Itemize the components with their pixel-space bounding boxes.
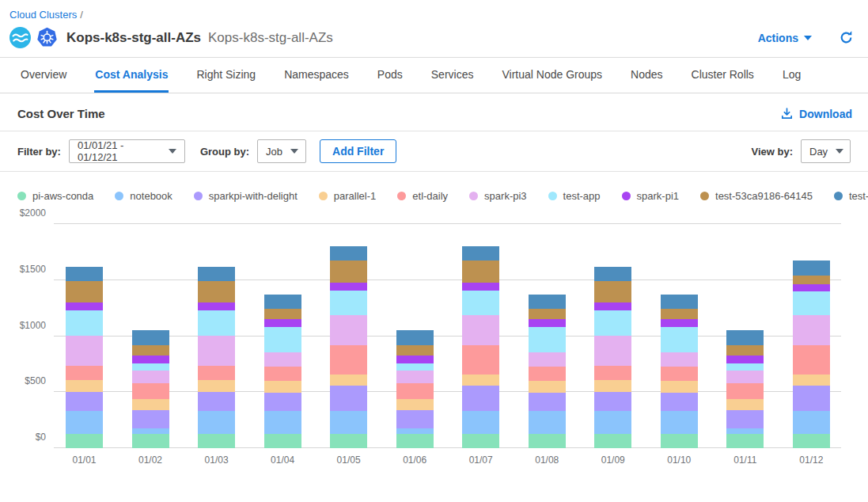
bar-segment-pi-aws-conda[interactable] (330, 434, 367, 448)
bar-segment-parallel-1[interactable] (793, 375, 830, 385)
bar-segment-parallel-1[interactable] (132, 399, 169, 410)
bar-segment-sparkpi-with-delight[interactable] (132, 410, 169, 428)
bar-segment-pi-aws-conda[interactable] (462, 434, 499, 448)
download-button[interactable]: Download (780, 107, 852, 120)
bar-segment-parallel-1[interactable] (594, 380, 631, 392)
bar-segment-pi-aws-conda[interactable] (198, 434, 235, 448)
bar-segment-test-app[interactable] (793, 291, 830, 315)
bar-segment-spark-pi3[interactable] (330, 315, 367, 345)
bar-segment-test-app[interactable] (264, 327, 301, 353)
bar-segment-parallel-1[interactable] (462, 375, 499, 385)
legend-item-pi-aws-conda[interactable]: pi-aws-conda (17, 190, 93, 202)
stacked-bar[interactable] (198, 267, 235, 448)
bar-segment-test-pkix[interactable] (132, 330, 169, 344)
bar-segment-test-app[interactable] (462, 291, 499, 315)
bar-segment-spark-pi3[interactable] (462, 315, 499, 345)
bar-segment-etl-daily[interactable] (198, 366, 235, 380)
bar-segment-spark-pi3[interactable] (661, 352, 698, 367)
bar-segment-test-pkix[interactable] (594, 267, 631, 281)
bar-segment-test-pkix[interactable] (264, 295, 301, 309)
bar-segment-parallel-1[interactable] (726, 399, 764, 410)
bar-segment-test-pkix[interactable] (529, 295, 566, 309)
legend-item-test-app[interactable]: test-app (548, 190, 601, 202)
stacked-bar[interactable] (529, 295, 566, 448)
bar-segment-pi-aws-conda[interactable] (793, 434, 830, 448)
bar-segment-etl-daily[interactable] (726, 383, 764, 399)
bar-segment-etl-daily[interactable] (396, 383, 434, 399)
bar-segment-sparkpi-with-delight[interactable] (264, 393, 301, 411)
bar-segment-test-app[interactable] (396, 363, 434, 370)
bar-segment-parallel-1[interactable] (198, 380, 235, 392)
bar-segment-test-pkix[interactable] (396, 330, 434, 344)
bar-segment-sparkpi-with-delight[interactable] (661, 393, 698, 411)
actions-button[interactable]: Actions (758, 32, 812, 44)
stacked-bar[interactable] (396, 330, 434, 448)
bar-segment-test-pkix[interactable] (66, 267, 103, 281)
bar-segment-spark-pi1[interactable] (330, 283, 367, 290)
bar-segment-pi-aws-conda[interactable] (264, 434, 301, 448)
bar-segment-notebook[interactable] (264, 411, 301, 434)
bar-segment-spark-pi1[interactable] (529, 319, 566, 327)
date-range-select[interactable]: 01/01/21 - 01/12/21 (69, 139, 185, 163)
bar-segment-spark-pi1[interactable] (462, 283, 499, 290)
legend-item-sparkpi-with-delight[interactable]: sparkpi-with-delight (194, 190, 298, 202)
bar-segment-spark-pi3[interactable] (264, 352, 301, 367)
bar-segment-test-53ca9186-64145[interactable] (594, 281, 631, 303)
bar-segment-sparkpi-with-delight[interactable] (793, 386, 830, 412)
bar-segment-notebook[interactable] (529, 411, 566, 434)
bar-segment-test-53ca9186-64145[interactable] (793, 276, 830, 284)
bar-segment-spark-pi3[interactable] (198, 336, 235, 366)
bar-segment-test-app[interactable] (594, 310, 631, 336)
legend-item-notebook[interactable]: notebook (115, 190, 172, 202)
bar-segment-notebook[interactable] (330, 411, 367, 434)
bar-segment-spark-pi3[interactable] (66, 336, 103, 366)
bar-segment-parallel-1[interactable] (661, 381, 698, 393)
bar-segment-parallel-1[interactable] (330, 375, 367, 385)
bar-segment-pi-aws-conda[interactable] (529, 434, 566, 448)
stacked-bar[interactable] (462, 246, 499, 448)
bar-segment-etl-daily[interactable] (264, 367, 301, 381)
bar-segment-test-53ca9186-64145[interactable] (529, 309, 566, 319)
tab-log[interactable]: Log (782, 58, 802, 93)
stacked-bar[interactable] (594, 267, 631, 448)
bar-segment-test-pkix[interactable] (661, 295, 698, 309)
bar-segment-test-app[interactable] (529, 327, 566, 353)
bar-segment-test-pkix[interactable] (793, 261, 830, 276)
bar-segment-test-53ca9186-64145[interactable] (132, 345, 169, 356)
bar-segment-pi-aws-conda[interactable] (396, 434, 434, 448)
bar-segment-spark-pi1[interactable] (264, 319, 301, 327)
tab-cost-analysis[interactable]: Cost Analysis (94, 58, 169, 93)
bar-segment-pi-aws-conda[interactable] (594, 434, 631, 448)
bar-segment-notebook[interactable] (594, 411, 631, 434)
tab-overview[interactable]: Overview (20, 58, 67, 93)
bar-segment-spark-pi3[interactable] (726, 371, 764, 383)
bar-segment-sparkpi-with-delight[interactable] (198, 392, 235, 411)
bar-segment-test-53ca9186-64145[interactable] (198, 281, 235, 303)
bar-segment-sparkpi-with-delight[interactable] (66, 392, 103, 411)
bar-segment-test-pkix[interactable] (198, 267, 235, 281)
bar-segment-test-53ca9186-64145[interactable] (396, 345, 434, 356)
bar-segment-sparkpi-with-delight[interactable] (396, 410, 434, 428)
stacked-bar[interactable] (726, 330, 764, 448)
bar-segment-notebook[interactable] (462, 411, 499, 434)
bar-segment-test-pkix[interactable] (462, 246, 499, 261)
legend-item-spark-pi1[interactable]: spark-pi1 (622, 190, 679, 202)
legend-item-parallel-1[interactable]: parallel-1 (319, 190, 376, 202)
bar-segment-parallel-1[interactable] (396, 399, 434, 410)
bar-segment-pi-aws-conda[interactable] (661, 434, 698, 448)
bar-segment-spark-pi3[interactable] (793, 315, 830, 344)
bar-segment-etl-daily[interactable] (529, 367, 566, 381)
bar-segment-test-53ca9186-64145[interactable] (661, 309, 698, 319)
tab-virtual-node-groups[interactable]: Virtual Node Groups (501, 58, 603, 93)
bar-segment-etl-daily[interactable] (793, 345, 830, 375)
bar-segment-etl-daily[interactable] (594, 366, 631, 380)
bar-segment-etl-daily[interactable] (132, 383, 169, 399)
bar-segment-notebook[interactable] (198, 411, 235, 434)
bar-segment-spark-pi1[interactable] (661, 319, 698, 327)
bar-segment-sparkpi-with-delight[interactable] (726, 410, 764, 428)
bar-segment-test-pkix[interactable] (726, 330, 764, 344)
tab-services[interactable]: Services (430, 58, 475, 93)
tab-namespaces[interactable]: Namespaces (283, 58, 350, 93)
stacked-bar[interactable] (661, 295, 698, 448)
bar-segment-test-app[interactable] (66, 310, 103, 336)
